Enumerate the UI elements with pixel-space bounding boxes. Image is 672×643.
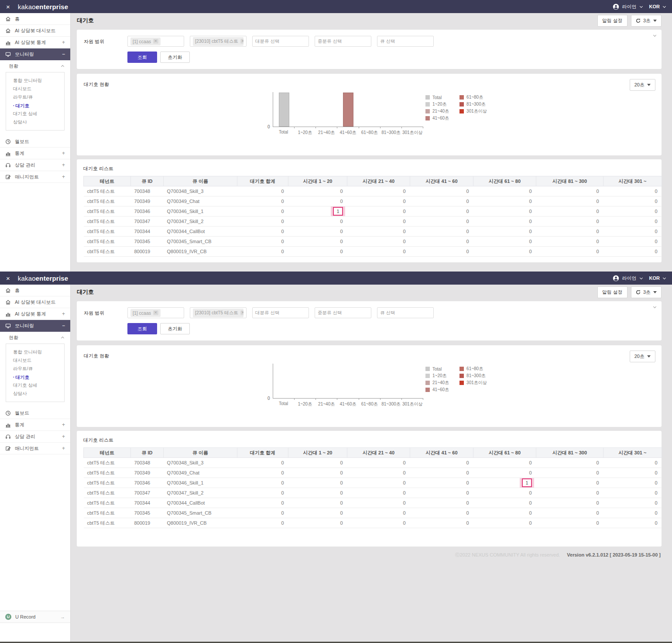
legend-label: 301초이상 xyxy=(466,380,487,386)
search-button[interactable]: 조회 xyxy=(127,323,157,334)
expand-toggle-icon[interactable]: + xyxy=(62,174,65,180)
select-input[interactable]: 중분류 선택 xyxy=(315,36,371,47)
submenu-item-대기호[interactable]: ▪대기호 xyxy=(6,373,64,381)
sidebar-item-월보드[interactable]: 월보드 xyxy=(0,136,70,148)
search-button[interactable]: 조회 xyxy=(127,52,157,63)
table-row: cbtT5 테스트700347Q700347_Skill_20000000 xyxy=(84,488,662,498)
language-selector[interactable]: KOR xyxy=(649,275,660,281)
sidebar-item-통계[interactable]: 통계+ xyxy=(0,419,70,431)
sidebar-item-매니지먼트[interactable]: 매니지먼트+ xyxy=(0,443,70,454)
submenu-item-라우트/큐[interactable]: 라우트/큐 xyxy=(6,364,64,373)
chevron-down-icon[interactable] xyxy=(640,276,643,279)
submenu-item-통합-모니터링[interactable]: 통합 모니터링 xyxy=(6,76,64,85)
submenu-item-대시보드[interactable]: 대시보드 xyxy=(6,85,64,93)
expand-toggle-icon[interactable]: + xyxy=(62,433,65,440)
cell-value: 0 xyxy=(288,458,347,468)
resource-tag-input[interactable]: [1] ccaas✕ xyxy=(127,36,184,47)
language-selector[interactable]: KOR xyxy=(649,4,660,9)
sidebar-item-AI-상담봇-대시보드[interactable]: AI 상담봇 대시보드 xyxy=(0,296,70,308)
cell-value: 0 xyxy=(603,508,662,518)
cell-value: 0 xyxy=(603,227,662,237)
cell-value: 0 xyxy=(473,498,536,508)
chevron-down-icon[interactable] xyxy=(663,276,666,279)
submenu-item-라우트/큐[interactable]: 라우트/큐 xyxy=(6,93,64,101)
cell-value: 0 xyxy=(473,458,536,468)
sidebar-item-홈[interactable]: 홈 xyxy=(0,285,70,296)
dashboard-icon xyxy=(5,299,11,305)
select-input[interactable]: 대분류 선택 xyxy=(252,307,309,318)
cell-tenant: cbtT5 테스트 xyxy=(84,468,131,478)
expand-toggle-icon[interactable]: + xyxy=(62,150,65,156)
expand-toggle-icon[interactable]: + xyxy=(62,422,65,428)
sidebar-item-모니터링[interactable]: 모니터링− xyxy=(0,320,70,332)
caret-down-icon xyxy=(647,355,651,358)
sidebar-section-status[interactable]: 현황 xyxy=(0,60,70,72)
chevron-up-icon[interactable] xyxy=(61,65,64,68)
submenu-item-대시보드[interactable]: 대시보드 xyxy=(6,356,64,364)
chevron-down-icon[interactable] xyxy=(640,4,643,7)
chart-interval-dropdown[interactable]: 20초 xyxy=(630,79,655,91)
expand-toggle-icon[interactable]: − xyxy=(62,51,65,57)
expand-toggle-icon[interactable]: + xyxy=(62,39,65,45)
sidebar-item-상담-관리[interactable]: 상담 관리+ xyxy=(0,431,70,443)
submenu-item-대기호[interactable]: ▪대기호 xyxy=(6,101,64,110)
reset-button[interactable]: 초기화 xyxy=(160,323,190,334)
expand-toggle-icon[interactable]: + xyxy=(62,445,65,451)
resource-tag-input[interactable]: [23010] cbtT5 테스트✕ xyxy=(190,36,247,47)
x-tick-label: 21~40초 xyxy=(316,401,337,407)
axis-tick xyxy=(359,127,359,128)
sidebar-item-홈[interactable]: 홈 xyxy=(0,13,70,25)
remove-tag-icon[interactable]: ✕ xyxy=(153,39,158,44)
alarm-settings-button[interactable]: 알림 설정 xyxy=(597,286,627,298)
user-name[interactable]: 라이언 xyxy=(622,3,637,10)
select-input[interactable]: 큐 선택 xyxy=(377,307,434,318)
submenu-item-상담사[interactable]: 상담사 xyxy=(6,389,64,398)
reset-button[interactable]: 초기화 xyxy=(160,52,190,63)
close-icon[interactable]: × xyxy=(6,275,10,282)
refresh-interval-button[interactable]: 3초 xyxy=(631,15,662,27)
sidebar-item-AI-상담봇-통계[interactable]: AI 상담봇 통계+ xyxy=(0,308,70,320)
cell-value: 0 xyxy=(288,498,347,508)
legend-label: 61~80초 xyxy=(466,94,483,100)
close-icon[interactable]: × xyxy=(6,3,10,10)
chevron-down-icon[interactable] xyxy=(663,4,666,7)
select-input[interactable]: 대분류 선택 xyxy=(252,36,309,47)
sidebar-item-AI-상담봇-대시보드[interactable]: AI 상담봇 대시보드 xyxy=(0,25,70,37)
submenu-item-상담사[interactable]: 상담사 xyxy=(6,118,64,126)
legend-label: Total xyxy=(432,367,442,371)
cell-tenant: cbtT5 테스트 xyxy=(84,227,131,237)
sidebar-item-상담-관리[interactable]: 상담 관리+ xyxy=(0,159,70,171)
chart-interval-dropdown[interactable]: 20초 xyxy=(630,351,655,362)
select-placeholder: 대분류 선택 xyxy=(255,38,279,45)
sidebar-item-AI-상담봇-통계[interactable]: AI 상담봇 통계+ xyxy=(0,37,70,48)
resource-tag-input[interactable]: [1] ccaas✕ xyxy=(127,307,184,318)
chevron-up-icon[interactable] xyxy=(61,337,64,340)
sidebar-item-매니지먼트[interactable]: 매니지먼트+ xyxy=(0,171,70,183)
expand-toggle-icon[interactable]: + xyxy=(62,162,65,168)
refresh-interval-button[interactable]: 3초 xyxy=(631,286,662,298)
column-header: 시간대 61 ~ 80 xyxy=(473,176,536,186)
submenu-item-대기호-상세[interactable]: 대기호 상세 xyxy=(6,110,64,118)
sidebar-item-u-record[interactable]: U U Record → xyxy=(0,611,70,623)
expand-toggle-icon[interactable]: + xyxy=(62,311,65,317)
resource-tag-input[interactable]: [23010] cbtT5 테스트✕ xyxy=(190,307,247,318)
select-input[interactable]: 중분류 선택 xyxy=(315,307,371,318)
alarm-settings-button[interactable]: 알림 설정 xyxy=(597,15,627,27)
sidebar-item-통계[interactable]: 통계+ xyxy=(0,148,70,159)
submenu-item-통합-모니터링[interactable]: 통합 모니터링 xyxy=(6,348,64,356)
axis-tick xyxy=(401,398,402,400)
sidebar-section-status[interactable]: 현황 xyxy=(0,332,70,343)
remove-tag-icon[interactable]: ✕ xyxy=(240,310,243,315)
cell-queue-name: Q700345_Smart_CB xyxy=(164,237,237,247)
sidebar-item-월보드[interactable]: 월보드 xyxy=(0,407,70,419)
remove-tag-icon[interactable]: ✕ xyxy=(240,39,243,44)
expand-toggle-icon[interactable]: − xyxy=(62,323,65,329)
remove-tag-icon[interactable]: ✕ xyxy=(153,310,158,315)
cell-value: 0 xyxy=(347,468,410,478)
sidebar-item-모니터링[interactable]: 모니터링− xyxy=(0,48,70,60)
table-row: cbtT5 테스트700345Q700345_Smart_CB0000000 xyxy=(84,508,662,518)
select-input[interactable]: 큐 선택 xyxy=(377,36,434,47)
user-name[interactable]: 라이언 xyxy=(622,275,637,282)
legend-swatch xyxy=(459,374,464,378)
submenu-item-대기호-상세[interactable]: 대기호 상세 xyxy=(6,381,64,389)
